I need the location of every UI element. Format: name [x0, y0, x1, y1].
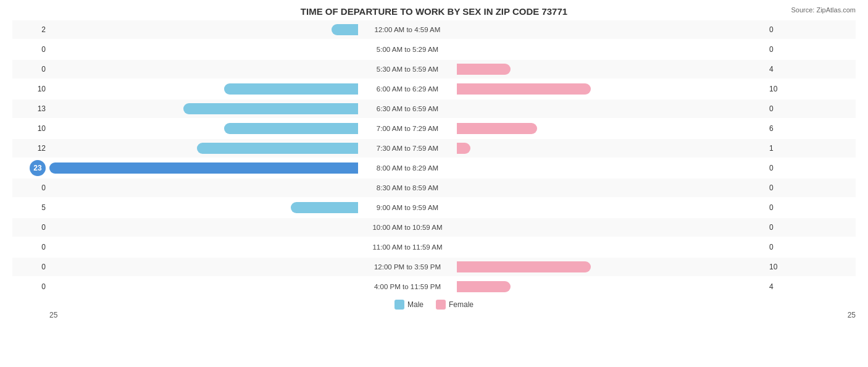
male-value: 5 [12, 203, 49, 212]
female-bar-wrap [457, 242, 766, 253]
female-value: 0 [766, 184, 790, 192]
chart-row: 04:00 PM to 11:59 PM4 [12, 277, 856, 296]
male-bar-wrap [49, 281, 358, 292]
male-bar-wrap [49, 261, 358, 272]
female-bar-wrap [457, 261, 766, 272]
time-label: 11:00 AM to 11:59 AM [358, 243, 457, 251]
chart-row: 136:30 AM to 6:59 AM0 [12, 99, 856, 118]
male-bar [49, 162, 358, 174]
source-label: Source: ZipAtlas.com [791, 6, 856, 14]
male-bar-wrap [49, 202, 358, 213]
female-bar-wrap [457, 281, 766, 292]
legend-female-box [436, 300, 446, 310]
axis-right: 25 [848, 311, 856, 319]
male-bar [224, 83, 358, 95]
female-bar-wrap [457, 64, 766, 75]
female-value: 0 [766, 203, 790, 212]
time-label: 7:30 AM to 7:59 AM [358, 145, 457, 152]
time-label: 10:00 AM to 10:59 AM [358, 224, 457, 231]
chart-row: 106:00 AM to 6:29 AM10 [12, 80, 856, 98]
male-value: 10 [12, 85, 49, 93]
female-value: 10 [766, 263, 790, 271]
male-bar [224, 123, 358, 134]
time-label: 8:30 AM to 8:59 AM [358, 184, 457, 192]
male-bar [291, 202, 358, 213]
male-value: 0 [12, 184, 49, 192]
time-label: 5:00 AM to 5:29 AM [358, 46, 457, 53]
female-value: 4 [766, 65, 790, 74]
male-bar [183, 103, 358, 114]
male-bar-wrap [49, 44, 358, 55]
bottom-axis: 25 25 [12, 311, 856, 319]
female-value: 0 [766, 164, 790, 172]
female-value: 0 [766, 104, 790, 113]
time-label: 8:00 AM to 8:29 AM [358, 164, 457, 172]
female-value: 0 [766, 223, 790, 232]
female-bar [457, 143, 470, 154]
female-value: 0 [766, 243, 790, 251]
male-bar-wrap [49, 222, 358, 233]
male-bar [332, 24, 358, 35]
female-value: 1 [766, 144, 790, 153]
female-bar [457, 261, 591, 272]
female-bar-wrap [457, 103, 766, 114]
legend-male-box [394, 300, 404, 310]
male-bar-wrap [49, 103, 358, 114]
male-value: 2 [12, 25, 49, 34]
female-bar [457, 64, 511, 75]
female-bar-wrap [457, 182, 766, 193]
male-value: 13 [12, 104, 49, 113]
female-value: 10 [766, 85, 790, 93]
male-value: 0 [12, 65, 49, 74]
legend: Male Female [12, 300, 856, 310]
female-bar [457, 123, 537, 134]
male-bar [197, 143, 358, 154]
legend-female: Female [436, 300, 474, 310]
male-bar-wrap [49, 242, 358, 253]
female-bar-wrap [457, 83, 766, 95]
time-label: 6:00 AM to 6:29 AM [358, 85, 457, 93]
female-bar-wrap [457, 143, 766, 154]
female-value: 4 [766, 282, 790, 291]
female-bar-wrap [457, 44, 766, 55]
female-bar-wrap [457, 24, 766, 35]
axis-left: 25 [49, 311, 57, 319]
chart-row: 08:30 AM to 8:59 AM0 [12, 179, 856, 197]
female-bar-wrap [457, 123, 766, 134]
time-label: 6:30 AM to 6:59 AM [358, 105, 457, 112]
male-value: 0 [12, 223, 49, 232]
female-bar-wrap [457, 162, 766, 174]
chart-title: TIME OF DEPARTURE TO WORK BY SEX IN ZIP … [12, 6, 856, 17]
male-bar-wrap [49, 83, 358, 95]
male-value: 12 [12, 144, 49, 153]
male-value: 0 [12, 45, 49, 54]
chart-row: 107:00 AM to 7:29 AM6 [12, 119, 856, 138]
chart-container: TIME OF DEPARTURE TO WORK BY SEX IN ZIP … [0, 0, 868, 367]
female-value: 6 [766, 124, 790, 133]
legend-male: Male [394, 300, 424, 310]
chart-row: 011:00 AM to 11:59 AM0 [12, 238, 856, 256]
chart-row: 59:00 AM to 9:59 AM0 [12, 198, 856, 217]
time-label: 9:00 AM to 9:59 AM [358, 204, 457, 211]
female-bar [457, 83, 591, 95]
time-label: 12:00 AM to 4:59 AM [358, 26, 457, 33]
legend-male-label: Male [407, 300, 424, 309]
chart-row: 127:30 AM to 7:59 AM1 [12, 139, 856, 158]
time-label: 5:30 AM to 5:59 AM [358, 65, 457, 73]
chart-row: 05:00 AM to 5:29 AM0 [12, 40, 856, 59]
chart-row: 212:00 AM to 4:59 AM0 [12, 20, 856, 39]
chart-row: 238:00 AM to 8:29 AM0 [12, 159, 856, 177]
male-bar-wrap [49, 182, 358, 193]
male-value: 23 [12, 160, 49, 176]
male-value: 0 [12, 263, 49, 271]
male-bar-wrap [49, 143, 358, 154]
male-value: 10 [12, 124, 49, 133]
male-bar-wrap [49, 24, 358, 35]
male-bar-wrap [49, 123, 358, 134]
male-value: 0 [12, 282, 49, 291]
time-label: 12:00 PM to 3:59 PM [358, 263, 457, 271]
time-label: 7:00 AM to 7:29 AM [358, 125, 457, 132]
time-label: 4:00 PM to 11:59 PM [358, 283, 457, 290]
chart-row: 012:00 PM to 3:59 PM10 [12, 258, 856, 276]
legend-female-label: Female [449, 300, 474, 309]
